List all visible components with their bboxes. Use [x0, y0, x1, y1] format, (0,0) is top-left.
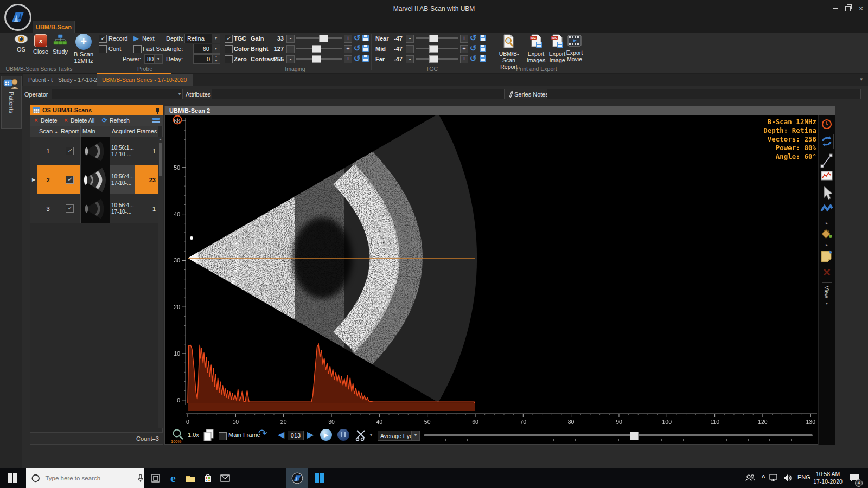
far-minus-button[interactable]: - [406, 55, 414, 63]
frame-scrubber[interactable] [424, 434, 813, 436]
eye-model-select[interactable]: Average Eye▾ [378, 431, 420, 441]
bright-save-icon[interactable] [362, 45, 369, 52]
mid-minus-button[interactable]: - [406, 45, 414, 53]
microphone-icon[interactable] [137, 474, 144, 483]
gain-minus-button[interactable]: - [286, 35, 295, 43]
caliper-measure-tool[interactable] [819, 152, 835, 170]
zoom-tool-icon[interactable] [172, 428, 184, 440]
copy-frame-icon[interactable] [203, 429, 215, 442]
close-series-button[interactable]: x Close [30, 34, 51, 55]
column-header-report[interactable]: Report [59, 126, 81, 137]
prev-frame-button[interactable]: ◀ [278, 430, 284, 440]
scan-row-1[interactable]: 1 ✓ 10:56:1...17-10-... 1 [30, 137, 158, 166]
clock-tray[interactable]: 10:58 AM17-10-2020 [813, 470, 843, 485]
marvel-app-button-active[interactable] [286, 468, 308, 488]
mid-save-icon[interactable] [480, 45, 486, 52]
restore-button[interactable] [842, 4, 854, 14]
export-image-button[interactable]: IMG ExportImage [547, 34, 567, 63]
gain-undo-icon[interactable]: ↺ [354, 34, 361, 42]
patients-tab[interactable]: Patients [1, 76, 22, 129]
bright-undo-icon[interactable]: ↺ [354, 44, 361, 52]
network-button[interactable] [766, 468, 781, 488]
near-slider[interactable] [416, 37, 458, 39]
annotation-tool[interactable] [819, 249, 835, 264]
attributes-input[interactable] [212, 89, 506, 100]
fill-tool[interactable] [819, 227, 835, 241]
mid-undo-icon[interactable]: ↺ [470, 44, 477, 52]
column-header-frames[interactable]: Frames [135, 126, 158, 137]
people-button[interactable] [742, 468, 758, 488]
near-minus-button[interactable]: - [406, 35, 414, 43]
bright-minus-button[interactable]: - [286, 45, 295, 53]
gain-save-icon[interactable] [362, 35, 369, 41]
far-undo-icon[interactable]: ↺ [470, 55, 477, 62]
fast-scan-checkbox[interactable]: ✓ [133, 45, 142, 53]
power-select[interactable]: 80▾ [144, 54, 163, 64]
scan-row-2-selected[interactable]: ▶ 2 ✓ 10:56:4...17-10-... 23 [30, 165, 158, 195]
bscan-12mhz-button[interactable]: + B-Scan12MHz [71, 34, 96, 64]
delay-spinner[interactable]: 0▴▾ [193, 54, 220, 64]
tab-overflow-chevron-icon[interactable]: ▾ [860, 76, 863, 82]
tray-expand-chevron[interactable]: ^ [762, 474, 765, 480]
zero-checkbox[interactable]: ✓ [225, 55, 233, 63]
far-slider[interactable] [416, 58, 458, 60]
column-header-scan[interactable]: Scan ▲ [37, 126, 59, 137]
language-indicator[interactable]: ENG [797, 474, 810, 480]
column-header-main[interactable]: Main [81, 126, 110, 137]
frame-number-field[interactable]: 013 [288, 431, 304, 440]
taskbar-search[interactable] [26, 468, 144, 488]
scrollbar-thumb[interactable] [159, 143, 162, 176]
far-save-icon[interactable] [480, 55, 486, 62]
contrast-plus-button[interactable]: + [344, 55, 352, 63]
report-checkbox[interactable]: ✓ [66, 147, 74, 155]
scroll-up-icon[interactable]: ▲ [158, 137, 163, 142]
bscan-image[interactable]: 6050403020100010203040506070809010011012… [165, 115, 835, 428]
report-checkbox[interactable]: ✓ [66, 176, 74, 184]
report-checkbox[interactable]: ✓ [66, 204, 74, 213]
delete-button[interactable]: Delete [41, 115, 57, 126]
minimize-button[interactable] [829, 4, 841, 14]
column-options-icon[interactable] [152, 118, 160, 124]
redo-sweep-icon[interactable]: ↷ [258, 428, 267, 438]
rotate-tool[interactable] [820, 134, 834, 149]
tgc-checkbox[interactable]: ✓ [225, 35, 233, 43]
gain-slider[interactable] [296, 37, 342, 39]
pointer-tool[interactable] [819, 185, 835, 202]
color-checkbox[interactable]: ✓ [225, 45, 233, 53]
start-button[interactable] [2, 468, 23, 488]
series-notes-field[interactable] [547, 89, 861, 99]
contrast-minus-button[interactable]: - [286, 55, 295, 63]
time-marker-tool[interactable] [819, 119, 835, 131]
gain-plus-button[interactable]: + [344, 35, 352, 43]
next-scan-icon[interactable]: ▶ [133, 34, 139, 43]
trim-scissors-icon[interactable] [355, 429, 368, 441]
contrast-undo-icon[interactable]: ↺ [354, 55, 361, 62]
operator-input[interactable] [52, 89, 184, 100]
play-button[interactable]: ▶ [320, 429, 332, 441]
near-save-icon[interactable] [480, 35, 486, 41]
pause-button[interactable] [337, 429, 349, 441]
mid-plus-button[interactable]: + [460, 45, 468, 53]
action-center-button[interactable]: 4 [845, 468, 864, 488]
study-button[interactable]: Study [50, 34, 71, 55]
delete-annotation-tool[interactable]: × [819, 265, 835, 279]
mail-button[interactable] [215, 468, 235, 488]
scan-panel-header[interactable]: OS UBM/B-Scans [30, 105, 163, 115]
view-menu-button[interactable]: View▾ [819, 286, 835, 316]
main-frame-checkbox[interactable]: ✓ [219, 432, 227, 440]
cont-checkbox[interactable]: ✓ [99, 45, 107, 53]
contour-tool[interactable] [819, 203, 835, 215]
contrast-slider[interactable] [296, 58, 342, 60]
next-frame-button[interactable]: ▶ [307, 430, 314, 440]
close-button[interactable]: × [855, 4, 867, 14]
operator-combo[interactable]: ▾ [52, 89, 183, 99]
trim-options-chevron-icon[interactable]: ▾ [370, 433, 372, 438]
angle-select[interactable]: 60▾ [193, 44, 220, 54]
export-images-button[interactable]: IMG ExportImages [525, 34, 547, 63]
far-plus-button[interactable]: + [460, 55, 468, 63]
bright-slider[interactable] [296, 48, 342, 49]
scan-row-3[interactable]: 3 ✓ 10:56:4...17-10-... 1 [30, 194, 158, 223]
contrast-save-icon[interactable] [362, 55, 369, 62]
column-header-acquired[interactable]: Acquired [110, 126, 135, 137]
depth-select[interactable]: Retina▾ [184, 34, 220, 43]
